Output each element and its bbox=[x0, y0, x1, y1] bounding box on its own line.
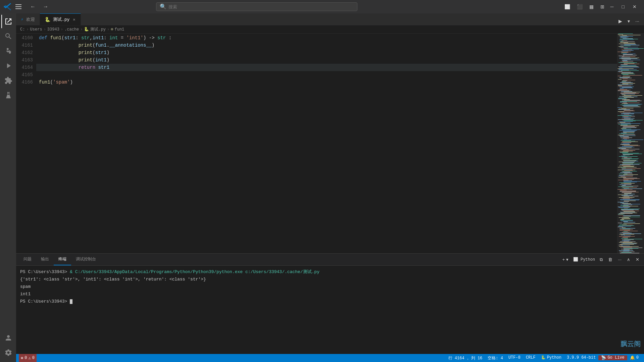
nav-buttons: ← → bbox=[28, 2, 50, 11]
breadcrumb-file-icon: 🐍 bbox=[84, 27, 89, 32]
status-right: 行 4164， 列 16 空格: 4 UTF-8 CRLF 🐍 Python bbox=[446, 355, 641, 361]
activity-account[interactable] bbox=[1, 331, 15, 345]
welcome-icon: ⚡ bbox=[21, 17, 23, 22]
status-golive-icon: 📡 bbox=[601, 355, 606, 360]
split-terminal-button[interactable]: ⧉ bbox=[598, 256, 605, 263]
tab-welcome-label: 欢迎 bbox=[26, 16, 35, 22]
notification-count: 0 bbox=[636, 355, 639, 360]
error-count: 0 bbox=[24, 356, 27, 360]
panel-area: 问题 输出 终端 调试控制台 + ▾ ⬜ Python ⧉ 🗑 ··· ∧ ✕ … bbox=[16, 253, 644, 354]
breadcrumb: C: › Users › 33943 › .cache › 🐍 测试.py › … bbox=[16, 25, 644, 34]
new-terminal-button[interactable]: + ▾ bbox=[560, 256, 571, 263]
tab-bar: ⚡ 欢迎 🐍 测试.py ✕ ▶ ▾ ··· bbox=[16, 13, 644, 25]
window-controls: ─ □ ✕ bbox=[606, 0, 641, 13]
run-dropdown-button[interactable]: ▾ bbox=[626, 17, 632, 25]
run-button[interactable]: ▶ bbox=[616, 17, 624, 25]
menu-icon[interactable] bbox=[15, 2, 25, 11]
delete-terminal-button[interactable]: 🗑 bbox=[606, 256, 614, 263]
status-python-ver-text: 3.9.9 64-bit bbox=[567, 355, 596, 360]
tab-welcome[interactable]: ⚡ 欢迎 bbox=[16, 13, 40, 25]
main-layout: ⚡ 欢迎 🐍 测试.py ✕ ▶ ▾ ··· C: › Users › 3394… bbox=[0, 13, 644, 362]
close-button[interactable]: ✕ bbox=[629, 0, 641, 13]
bell-icon: 🔔 bbox=[630, 355, 635, 360]
more-panel-button[interactable]: ··· bbox=[616, 256, 624, 263]
panel-tab-terminal[interactable]: 终端 bbox=[54, 254, 71, 265]
status-encoding-text: UTF-8 bbox=[508, 355, 521, 360]
more-actions-button[interactable]: ··· bbox=[633, 17, 641, 25]
status-errors[interactable]: ⊗ 0 ⚠ 0 bbox=[19, 354, 37, 362]
tab-testpy[interactable]: 🐍 测试.py ✕ bbox=[40, 13, 81, 25]
status-line[interactable]: 行 4164， 列 16 bbox=[446, 355, 485, 361]
nav-forward-button[interactable]: → bbox=[41, 2, 50, 11]
code-line-4163: print(int1) bbox=[36, 56, 617, 64]
panel-close-button[interactable]: ✕ bbox=[634, 256, 641, 263]
code-line-4165 bbox=[36, 71, 617, 79]
status-bar: ⊗ 0 ⚠ 0 行 4164， 列 16 空格: 4 UTF-8 CRLF bbox=[16, 354, 644, 362]
code-line-4160: def fun1(str1: str,int1: int = 'int1') -… bbox=[36, 34, 617, 42]
activity-bar-bottom bbox=[1, 331, 15, 362]
status-language-text: Python bbox=[547, 355, 561, 360]
layout-button-2[interactable]: ⬛ bbox=[575, 3, 585, 10]
activity-run[interactable] bbox=[1, 59, 15, 72]
activity-extensions[interactable] bbox=[1, 74, 15, 87]
minimap[interactable] bbox=[617, 34, 644, 253]
activity-source-control[interactable] bbox=[1, 44, 15, 58]
layout-button-4[interactable]: ⊞ bbox=[598, 3, 606, 10]
nav-back-button[interactable]: ← bbox=[28, 2, 38, 11]
status-golive-text: Go Live bbox=[607, 355, 624, 360]
layout-button-1[interactable]: ⬜ bbox=[562, 3, 572, 10]
minimize-button[interactable]: ─ bbox=[606, 0, 618, 13]
panel-tab-problems[interactable]: 问题 bbox=[19, 254, 36, 265]
search-icon: 🔍 bbox=[160, 3, 166, 10]
status-spaces-text: 空格: 4 bbox=[488, 355, 503, 361]
tab-close-button[interactable]: ✕ bbox=[72, 16, 76, 23]
terminal-line-4: int1 bbox=[20, 291, 640, 298]
panel-tab-output[interactable]: 输出 bbox=[36, 254, 54, 265]
error-icon: ⊗ bbox=[21, 356, 23, 361]
activity-testing[interactable] bbox=[1, 89, 15, 102]
status-col-text: 列 16 bbox=[471, 355, 483, 361]
breadcrumb-func[interactable]: fun1 bbox=[115, 27, 125, 32]
layout-button-3[interactable]: ▦ bbox=[587, 3, 596, 10]
activity-settings[interactable] bbox=[1, 346, 15, 359]
python-indicator: ⬜ Python bbox=[572, 257, 596, 262]
terminal-line-1: PS C:\Users\33943> & C:/Users/33943/AppD… bbox=[20, 268, 640, 276]
status-language[interactable]: 🐍 Python bbox=[538, 355, 564, 360]
status-golive[interactable]: 📡 Go Live bbox=[598, 355, 627, 360]
breadcrumb-33943[interactable]: 33943 bbox=[47, 27, 59, 32]
breadcrumb-users[interactable]: Users bbox=[30, 27, 42, 32]
panel-controls: + ▾ ⬜ Python ⧉ 🗑 ··· ∧ ✕ bbox=[560, 256, 641, 263]
panel-up-button[interactable]: ∧ bbox=[625, 256, 632, 263]
status-line-ending[interactable]: CRLF bbox=[523, 355, 538, 360]
terminal-content[interactable]: PS C:\Users\33943> & C:/Users/33943/AppD… bbox=[16, 266, 644, 354]
tab-testpy-label: 测试.py bbox=[53, 16, 69, 22]
status-encoding[interactable]: UTF-8 bbox=[506, 355, 523, 360]
code-line-4164: return str1 bbox=[36, 64, 617, 71]
code-editor[interactable]: 4160 4161 4162 4163 4164 4165 4166 def f… bbox=[16, 34, 644, 253]
breadcrumb-cache[interactable]: .cache bbox=[64, 27, 79, 32]
code-line-4166: fun1('spam') bbox=[36, 79, 617, 86]
terminal-line-3: spam bbox=[20, 283, 640, 291]
breadcrumb-c[interactable]: C: bbox=[20, 27, 25, 32]
panel-tabs: 问题 输出 终端 调试控制台 + ▾ ⬜ Python ⧉ 🗑 ··· ∧ ✕ bbox=[16, 254, 644, 266]
status-line-text: 行 4164 bbox=[448, 355, 464, 361]
status-spaces[interactable]: 空格: 4 bbox=[485, 355, 506, 361]
maximize-button[interactable]: □ bbox=[618, 0, 629, 13]
activity-search[interactable] bbox=[1, 30, 15, 43]
status-python-ver[interactable]: 3.9.9 64-bit bbox=[564, 355, 598, 360]
breadcrumb-file[interactable]: 测试.py bbox=[90, 27, 106, 32]
search-input[interactable] bbox=[168, 4, 354, 9]
python-file-icon: 🐍 bbox=[45, 17, 50, 22]
activity-bar bbox=[0, 13, 16, 362]
code-line-4162: print(str1) bbox=[36, 49, 617, 56]
breadcrumb-func-icon: ⊙ bbox=[111, 27, 113, 32]
code-content[interactable]: def fun1(str1: str,int1: int = 'int1') -… bbox=[36, 34, 617, 253]
activity-explorer[interactable] bbox=[1, 15, 15, 28]
search-bar[interactable]: 🔍 bbox=[156, 2, 357, 11]
status-notifications[interactable]: 🔔 0 bbox=[627, 355, 641, 360]
titlebar: ← → 🔍 ⬜ ⬛ ▦ ⊞ ─ □ ✕ bbox=[0, 0, 644, 13]
warning-count: 0 bbox=[32, 356, 35, 360]
panel-tab-debug[interactable]: 调试控制台 bbox=[71, 254, 101, 265]
warning-icon: ⚠ bbox=[28, 356, 31, 361]
python-lang-icon: 🐍 bbox=[541, 355, 546, 360]
